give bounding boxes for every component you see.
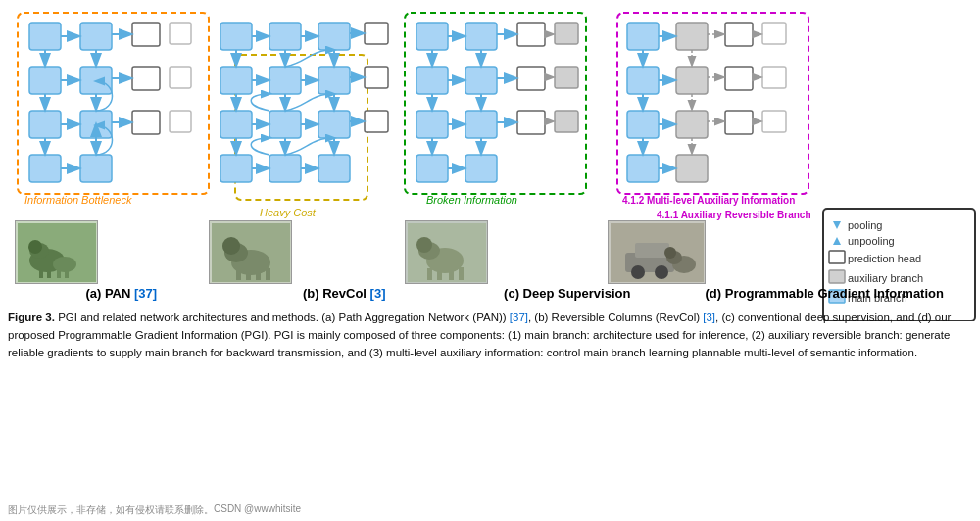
- svg-rect-2: [29, 67, 61, 94]
- svg-point-174: [664, 247, 676, 259]
- svg-rect-3: [29, 111, 61, 138]
- caption-c: (c) Deep Supervision: [479, 286, 656, 301]
- svg-rect-109: [725, 111, 753, 134]
- svg-text:Broken Information: Broken Information: [426, 194, 517, 206]
- svg-rect-6: [80, 67, 112, 94]
- image-c: [405, 220, 488, 284]
- svg-rect-67: [416, 23, 448, 50]
- svg-rect-42: [365, 23, 388, 44]
- svg-rect-103: [676, 23, 708, 50]
- diagram-svg: Information Bottleneck: [10, 8, 980, 321]
- svg-rect-72: [466, 67, 497, 94]
- svg-rect-102: [627, 155, 659, 182]
- image-d: [608, 220, 706, 284]
- svg-rect-130: [823, 209, 975, 321]
- svg-point-170: [631, 265, 645, 279]
- svg-text:pooling: pooling: [848, 219, 882, 231]
- svg-rect-34: [270, 23, 301, 50]
- svg-rect-14: [170, 111, 191, 132]
- svg-point-171: [655, 265, 668, 279]
- svg-rect-40: [318, 111, 350, 138]
- svg-rect-35: [270, 67, 301, 94]
- svg-rect-100: [627, 67, 659, 94]
- caption-d: (d) Programmable Gradient Information: [702, 286, 947, 301]
- svg-rect-44: [365, 111, 388, 132]
- watermark: 图片仅供展示，非存储，如有侵权请联系删除。 CSDN @wwwhitsite: [8, 503, 311, 517]
- svg-rect-110: [762, 23, 786, 44]
- svg-rect-1: [29, 23, 61, 50]
- svg-rect-150: [65, 266, 69, 278]
- svg-rect-164: [437, 270, 442, 280]
- svg-rect-69: [416, 111, 448, 138]
- svg-rect-11: [132, 111, 160, 134]
- svg-rect-107: [725, 23, 753, 46]
- svg-rect-105: [676, 111, 708, 138]
- svg-rect-5: [80, 23, 112, 50]
- svg-point-146: [28, 240, 42, 254]
- svg-text:prediction head: prediction head: [848, 253, 921, 264]
- svg-rect-70: [416, 155, 448, 182]
- captions-row: (a) PAN [37] (b) RevCol [3] (c) Deep Sup…: [0, 286, 980, 301]
- caption-a: (a) PAN [37]: [33, 286, 210, 301]
- svg-rect-32: [220, 111, 252, 138]
- svg-text:4.1.2 Multi-level Auxiliary In: 4.1.2 Multi-level Auxiliary Information: [622, 195, 795, 206]
- svg-text:unpooling: unpooling: [848, 235, 895, 247]
- svg-rect-36: [270, 111, 301, 138]
- svg-rect-77: [517, 111, 545, 134]
- svg-rect-104: [676, 67, 708, 94]
- svg-rect-76: [517, 67, 545, 90]
- caption-b: (b) RevCol [3]: [256, 286, 432, 301]
- svg-rect-68: [416, 67, 448, 94]
- svg-rect-71: [466, 23, 497, 50]
- svg-rect-80: [555, 111, 578, 132]
- svg-rect-75: [517, 23, 545, 46]
- svg-rect-148: [47, 268, 51, 278]
- svg-rect-165: [449, 269, 454, 280]
- svg-rect-37: [270, 155, 301, 182]
- figure-caption: Figure 3. PGI and related network archit…: [8, 309, 972, 361]
- svg-rect-111: [762, 67, 786, 88]
- svg-rect-78: [555, 23, 578, 44]
- svg-rect-43: [365, 67, 388, 88]
- svg-text:auxiliary branch: auxiliary branch: [848, 272, 923, 284]
- svg-point-162: [416, 237, 432, 253]
- svg-point-154: [222, 237, 240, 255]
- svg-rect-135: [829, 251, 845, 263]
- svg-rect-79: [555, 67, 578, 88]
- main-container: Information Bottleneck: [0, 0, 980, 521]
- svg-text:4.1.1 Auxiliary Reversible Bra: 4.1.1 Auxiliary Reversible Branch: [657, 210, 811, 220]
- svg-rect-101: [627, 111, 659, 138]
- svg-rect-149: [57, 268, 61, 278]
- svg-rect-8: [80, 155, 112, 182]
- svg-rect-41: [318, 155, 350, 182]
- svg-rect-158: [266, 268, 270, 280]
- svg-rect-166: [459, 267, 464, 280]
- svg-rect-157: [256, 270, 261, 280]
- svg-rect-31: [220, 67, 252, 94]
- svg-rect-156: [246, 271, 251, 280]
- svg-rect-74: [466, 155, 497, 182]
- svg-rect-33: [220, 155, 252, 182]
- svg-text:Information Bottleneck: Information Bottleneck: [24, 194, 132, 206]
- svg-rect-73: [466, 111, 497, 138]
- svg-rect-38: [318, 23, 350, 50]
- svg-rect-10: [132, 67, 160, 90]
- svg-rect-9: [132, 23, 160, 46]
- svg-rect-39: [318, 67, 350, 94]
- image-a: [15, 220, 98, 284]
- svg-rect-137: [829, 270, 845, 283]
- svg-rect-106: [676, 155, 708, 182]
- svg-rect-163: [427, 268, 432, 280]
- svg-rect-13: [170, 67, 191, 88]
- svg-rect-147: [39, 266, 43, 278]
- svg-rect-108: [725, 67, 753, 90]
- svg-rect-155: [236, 269, 241, 280]
- svg-rect-99: [627, 23, 659, 50]
- svg-text:Heavy Cost: Heavy Cost: [260, 207, 317, 218]
- svg-rect-12: [170, 23, 191, 44]
- svg-rect-169: [635, 243, 669, 258]
- image-b: [209, 220, 292, 284]
- svg-rect-112: [762, 111, 786, 132]
- svg-rect-30: [220, 23, 252, 50]
- svg-rect-4: [29, 155, 61, 182]
